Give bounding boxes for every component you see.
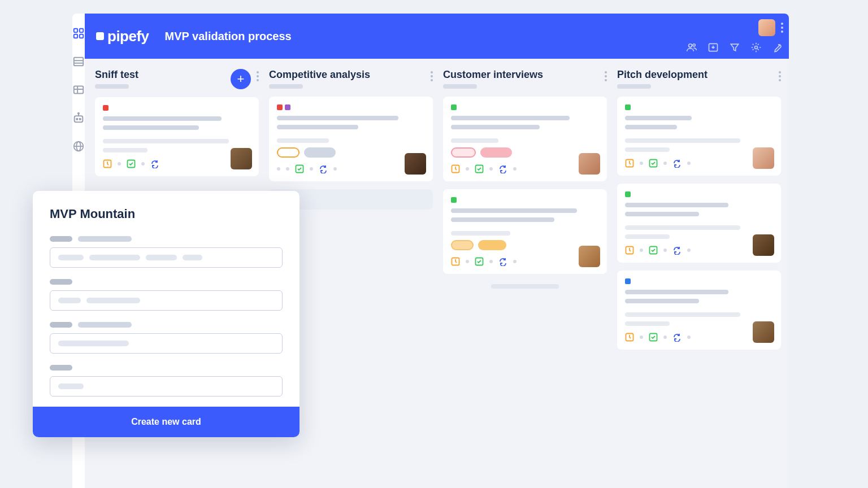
filter-icon[interactable] [729, 42, 740, 53]
card[interactable] [617, 271, 781, 350]
sync-icon [150, 159, 159, 168]
clock-icon [625, 246, 634, 255]
status-pill [451, 147, 476, 158]
wrench-icon[interactable] [772, 42, 783, 53]
checklist-icon [649, 246, 658, 255]
sync-icon [672, 159, 682, 168]
form-input[interactable] [50, 333, 283, 354]
svg-rect-3 [80, 34, 83, 38]
card[interactable] [617, 184, 781, 263]
form-input[interactable] [50, 247, 283, 268]
column-subtitle-skeleton [617, 84, 651, 89]
tag-green [451, 104, 457, 110]
import-icon[interactable] [708, 42, 719, 53]
people-icon[interactable] [686, 42, 697, 53]
dashboard-icon[interactable] [72, 27, 85, 40]
clock-icon [625, 333, 634, 342]
field-label [50, 279, 283, 285]
header-actions [758, 19, 783, 36]
status-pill [480, 147, 512, 158]
sync-icon [319, 164, 328, 173]
card[interactable] [443, 189, 607, 274]
column-pitch-development: Pitch development [617, 69, 781, 488]
bot-icon[interactable] [72, 112, 85, 124]
column-more-icon[interactable] [605, 71, 607, 81]
card[interactable] [443, 97, 607, 181]
header-toolbar [686, 42, 783, 53]
column-title: Competitive analysis [269, 69, 425, 81]
tag-green [625, 104, 631, 110]
column-title: Sniff test [95, 69, 225, 81]
card-footer [625, 159, 773, 168]
table-icon[interactable] [72, 84, 85, 96]
svg-point-21 [755, 46, 758, 49]
column-title: Pitch development [617, 69, 773, 81]
assignee-avatar[interactable] [753, 321, 774, 343]
column-more-icon[interactable] [779, 71, 781, 81]
svg-rect-2 [74, 34, 77, 38]
card-footer [451, 257, 599, 266]
tag-red [277, 104, 283, 110]
create-card-submit-button[interactable]: Create new card [33, 407, 300, 437]
checklist-icon [649, 333, 658, 342]
svg-rect-10 [75, 116, 83, 122]
card[interactable] [617, 97, 781, 176]
checklist-icon [295, 164, 304, 173]
page-title: MVP validation process [165, 30, 292, 43]
status-pill [304, 147, 336, 158]
modal-title: MVP Mountain [50, 207, 283, 221]
tag-blue [625, 278, 631, 284]
status-pill [451, 240, 474, 250]
settings-icon[interactable] [750, 42, 762, 53]
assignee-avatar[interactable] [579, 153, 600, 175]
header: pipefy MVP validation process [85, 14, 789, 59]
form-input[interactable] [50, 290, 283, 311]
header-more-icon[interactable] [781, 23, 783, 33]
checklist-icon [127, 159, 136, 168]
card-footer [451, 164, 599, 173]
column-subtitle-skeleton [95, 84, 129, 89]
status-pill [277, 147, 300, 158]
svg-point-19 [693, 44, 695, 46]
current-user-avatar[interactable] [758, 19, 775, 36]
card[interactable] [269, 97, 433, 181]
sync-icon [498, 164, 507, 173]
column-more-icon[interactable] [257, 71, 259, 81]
add-card-button[interactable]: + [231, 69, 251, 89]
tag-red [103, 105, 108, 111]
tag-green [451, 197, 457, 203]
svg-point-12 [80, 119, 81, 120]
assignee-avatar[interactable] [753, 234, 774, 256]
field-label [50, 236, 283, 242]
clock-icon [625, 159, 634, 168]
column-subtitle-skeleton [269, 84, 303, 89]
card[interactable] [95, 97, 259, 176]
svg-point-14 [78, 113, 79, 114]
clock-icon [451, 164, 460, 173]
assignee-avatar[interactable] [405, 153, 426, 175]
column-more-icon[interactable] [431, 71, 433, 81]
column-footer-skeleton [491, 284, 559, 289]
field-label [50, 322, 283, 328]
list-icon[interactable] [72, 55, 85, 68]
globe-icon[interactable] [72, 140, 85, 152]
assignee-avatar[interactable] [231, 148, 252, 169]
clock-icon [103, 159, 112, 168]
tag-green [625, 191, 631, 197]
clock-icon [451, 257, 460, 266]
create-card-modal: MVP Mountain [33, 191, 300, 437]
checklist-icon [475, 257, 484, 266]
checklist-icon [475, 164, 484, 173]
assignee-avatar[interactable] [579, 246, 600, 267]
form-input[interactable] [50, 376, 283, 396]
sync-icon [498, 257, 507, 266]
column-subtitle-skeleton [443, 84, 477, 89]
card-footer [625, 246, 773, 255]
svg-rect-1 [80, 29, 83, 32]
tag-purple [285, 104, 290, 110]
card-footer [625, 333, 773, 342]
svg-rect-4 [74, 58, 84, 66]
assignee-avatar[interactable] [753, 147, 774, 169]
card-footer [277, 164, 425, 173]
sync-icon [672, 333, 682, 342]
